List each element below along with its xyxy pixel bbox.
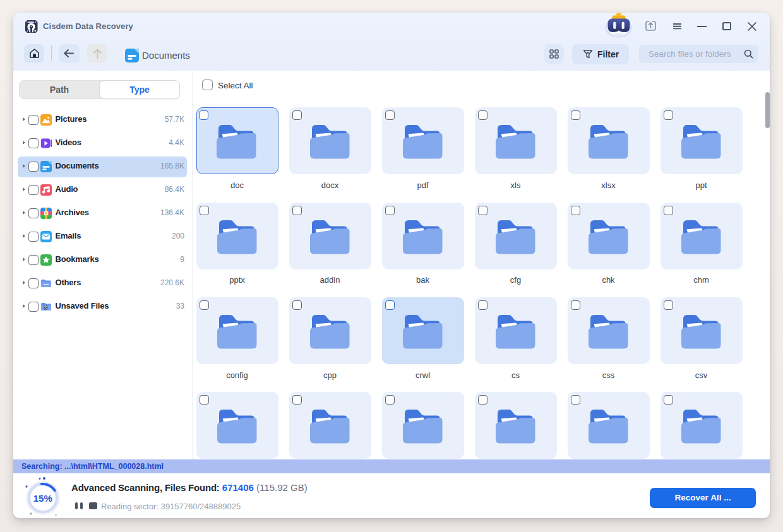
svg-text:15%: 15%	[33, 493, 52, 504]
